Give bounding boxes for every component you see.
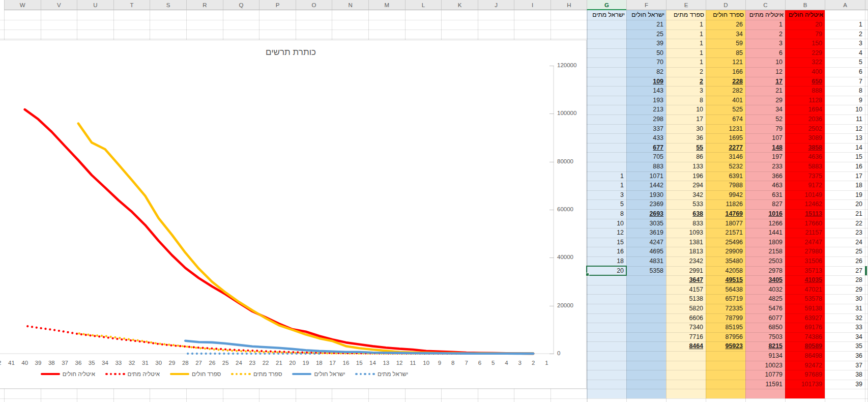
cell-E25[interactable]: 1813: [666, 247, 706, 256]
cell-D17[interactable]: 6391: [706, 171, 745, 181]
cell-E31[interactable]: 5820: [666, 304, 706, 313]
cell-B14[interactable]: 3858: [785, 143, 825, 153]
cell-B33[interactable]: 69176: [785, 323, 825, 332]
column-header-G[interactable]: G: [587, 0, 626, 10]
cell-D4[interactable]: 85: [706, 48, 745, 58]
cell-D10[interactable]: 525: [706, 105, 745, 114]
cell-E27[interactable]: 2991: [666, 266, 706, 276]
cell-D13[interactable]: 1695: [706, 133, 745, 143]
column-header-D[interactable]: D: [706, 0, 745, 10]
cell-E14[interactable]: 55: [666, 143, 706, 153]
cell-E3[interactable]: 1: [666, 39, 706, 48]
cell-C9[interactable]: 29: [745, 96, 785, 105]
cell-E30[interactable]: 5138: [666, 294, 706, 304]
cell-C23[interactable]: 1441: [745, 228, 785, 238]
cell-E33[interactable]: 7340: [666, 323, 706, 332]
cell-A37[interactable]: 37: [825, 361, 865, 370]
cell-F12[interactable]: 337: [626, 124, 666, 134]
cell-E6[interactable]: 2: [666, 67, 706, 77]
cell-D32[interactable]: 78799: [706, 313, 745, 323]
cell-F16[interactable]: 883: [626, 162, 666, 171]
cell-A8[interactable]: 8: [825, 86, 865, 96]
cell-C22[interactable]: 1266: [745, 219, 785, 228]
cell-A4[interactable]: 4: [825, 48, 865, 58]
cell-C6[interactable]: 12: [745, 67, 785, 77]
cell-A9[interactable]: 9: [825, 96, 865, 105]
cell-C39[interactable]: 11591: [745, 380, 785, 389]
cell-C34[interactable]: 7503: [745, 332, 785, 342]
column-header-O[interactable]: O: [296, 0, 332, 10]
cell-A15[interactable]: 15: [825, 152, 865, 162]
column-header-T[interactable]: T: [113, 0, 150, 10]
cell-C16[interactable]: 233: [745, 162, 785, 171]
cell-D28[interactable]: 49515: [706, 275, 745, 285]
cell-C10[interactable]: 34: [745, 105, 785, 114]
cell-C30[interactable]: 4825: [745, 294, 785, 304]
cell-B19[interactable]: 10149: [785, 190, 825, 200]
cell-A13[interactable]: 13: [825, 133, 865, 143]
cell-E26[interactable]: 2342: [666, 256, 706, 266]
cell-C7[interactable]: 17: [745, 77, 785, 87]
cell-F5[interactable]: 70: [626, 58, 666, 67]
cell-E23[interactable]: 1093: [666, 228, 706, 238]
cell-E10[interactable]: 10: [666, 105, 706, 114]
cell-B18[interactable]: 9172: [785, 181, 825, 190]
column-header-Q[interactable]: Q: [223, 0, 259, 10]
cell-E29[interactable]: 4157: [666, 285, 706, 295]
cell-C19[interactable]: 631: [745, 190, 785, 200]
header-cell-G[interactable]: ישראל מתים: [587, 10, 626, 20]
cell-A32[interactable]: 32: [825, 313, 865, 323]
cell-B21[interactable]: 15113: [785, 209, 825, 219]
cell-B34[interactable]: 74386: [785, 332, 825, 342]
cell-E5[interactable]: 1: [666, 58, 706, 67]
cell-D27[interactable]: 42058: [706, 266, 745, 276]
cell-E2[interactable]: 1: [666, 30, 706, 39]
cell-E20[interactable]: 533: [666, 199, 706, 209]
cell-E17[interactable]: 196: [666, 171, 706, 181]
cell-A20[interactable]: 20: [825, 199, 865, 209]
legend-item-ישראל מתים[interactable]: ישראל מתים: [355, 371, 408, 377]
cell-F6[interactable]: 82: [626, 67, 666, 77]
cell-B16[interactable]: 5883: [785, 162, 825, 171]
cell-C37[interactable]: 10023: [745, 361, 785, 370]
cell-F26[interactable]: 4831: [626, 256, 666, 266]
cell-G25[interactable]: 16: [587, 247, 626, 256]
cell-G26[interactable]: 18: [587, 256, 626, 266]
cell-C18[interactable]: 463: [745, 181, 785, 190]
cell-D3[interactable]: 59: [706, 39, 745, 48]
cell-F4[interactable]: 50: [626, 48, 666, 58]
chart[interactable]: כותרת תרשים 1200001000008000060000400002…: [0, 40, 587, 389]
cell-B32[interactable]: 63927: [785, 313, 825, 323]
cell-B7[interactable]: 650: [785, 77, 825, 87]
cell-B39[interactable]: 101739: [785, 380, 825, 389]
cell-B15[interactable]: 4636: [785, 152, 825, 162]
column-header-M[interactable]: M: [368, 0, 405, 10]
cell-B22[interactable]: 17660: [785, 219, 825, 228]
cell-G23[interactable]: 12: [587, 228, 626, 238]
cell-E12[interactable]: 30: [666, 124, 706, 134]
cell-G21[interactable]: 8: [587, 209, 626, 219]
cell-A16[interactable]: 16: [825, 162, 865, 171]
column-header-J[interactable]: J: [478, 0, 514, 10]
cell-D20[interactable]: 11826: [706, 199, 745, 209]
cell-F15[interactable]: 705: [626, 152, 666, 162]
cell-B28[interactable]: 41035: [785, 275, 825, 285]
legend-item-ספרד מתים[interactable]: ספרד מתים: [231, 371, 282, 377]
cell-E16[interactable]: 133: [666, 162, 706, 171]
cell-A23[interactable]: 23: [825, 228, 865, 238]
cell-A33[interactable]: 33: [825, 323, 865, 332]
cell-C26[interactable]: 2503: [745, 256, 785, 266]
column-header-R[interactable]: R: [186, 0, 223, 10]
cell-B4[interactable]: 229: [785, 48, 825, 58]
cell-B38[interactable]: 97689: [785, 370, 825, 380]
cell-A2[interactable]: 2: [825, 30, 865, 39]
cell-C20[interactable]: 827: [745, 199, 785, 209]
cell-C14[interactable]: 148: [745, 143, 785, 153]
cell-F7[interactable]: 109: [626, 77, 666, 87]
series-איטליה מתים[interactable]: [25, 326, 533, 354]
cell-G18[interactable]: 1: [587, 181, 626, 190]
header-cell-C[interactable]: איטליה מתים: [745, 10, 785, 20]
cell-B10[interactable]: 1694: [785, 105, 825, 114]
cell-C15[interactable]: 197: [745, 152, 785, 162]
legend-item-איטליה חולים[interactable]: איטליה חולים: [41, 371, 95, 377]
